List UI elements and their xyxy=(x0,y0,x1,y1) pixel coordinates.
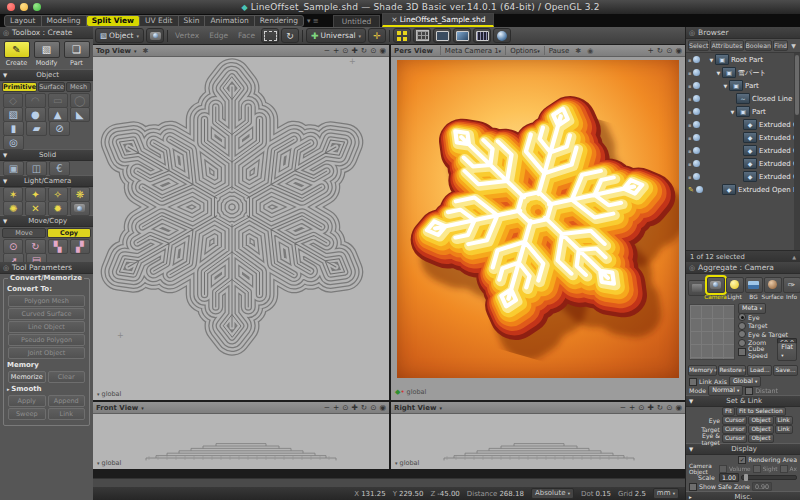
minus-view-control-icon[interactable]: − xyxy=(620,403,626,412)
workspace-overflow-icon[interactable]: ▾ ≡ xyxy=(307,17,319,25)
browser-tab-boolean[interactable]: Boolean xyxy=(745,40,773,51)
magnify-view-control-icon[interactable]: ⊙ xyxy=(666,46,672,55)
right-view-axis-label[interactable]: ▾global xyxy=(395,459,419,467)
aggregate-tab-camera[interactable]: Camera xyxy=(707,277,724,300)
tree-item-extruded-closed[interactable]: ▪◆Extruded Closed xyxy=(686,170,800,183)
cup-icon[interactable]: ◫ xyxy=(26,161,47,176)
tree-scrollbar[interactable] xyxy=(794,53,800,250)
plus-view-control-icon[interactable]: + xyxy=(333,403,339,412)
toolbar-universal-button[interactable]: ✚Universal▾ xyxy=(306,28,366,43)
orbit-icon[interactable]: ↻ xyxy=(281,28,299,43)
cursor-button[interactable]: Cursor xyxy=(722,425,747,435)
top-viewport[interactable]: Top View ▾✱ −+⊙✚↻⊙◉ + + ▾global xyxy=(93,45,389,400)
open-box-icon[interactable]: ▣ xyxy=(3,161,24,176)
rotate-icon[interactable]: ↻ xyxy=(25,239,45,254)
pseudo-polygon-button[interactable]: Pseudo Polygon xyxy=(8,334,85,346)
render-toggle-icon[interactable] xyxy=(693,147,700,154)
section-move-copy[interactable]: ▼Move/Copy xyxy=(0,215,93,227)
frame-view-control-icon[interactable]: ◉ xyxy=(379,46,386,55)
mirror-icon[interactable]: ▞ xyxy=(70,239,90,254)
curved-surface-button[interactable]: Curved Surface xyxy=(8,308,85,320)
display-solid-icon[interactable] xyxy=(433,28,451,43)
browser-tab-select[interactable]: Select xyxy=(688,40,709,51)
radio-icon[interactable] xyxy=(738,339,746,347)
display-wire-icon[interactable] xyxy=(473,28,491,43)
disc-icon[interactable]: ⊘ xyxy=(49,121,70,136)
section-light-camera[interactable]: ▼Light/Camera xyxy=(0,175,93,187)
append-button[interactable]: Append xyxy=(48,395,86,407)
expand-arrow-icon[interactable]: ▼ xyxy=(708,57,715,63)
coordinate-mode-dropdown[interactable]: Absolute ▾ xyxy=(531,488,574,499)
object-button[interactable]: Object xyxy=(748,434,773,444)
plus-view-control-icon[interactable]: + xyxy=(648,46,654,55)
zoom-view-control-icon[interactable]: ⊙ xyxy=(342,46,348,55)
visibility-toggle-icon[interactable]: ▪ xyxy=(688,109,691,115)
tree-item-[interactable]: ▪▼▣雪パート xyxy=(686,66,800,79)
zoom-window-button[interactable] xyxy=(33,3,41,11)
aggregate-header[interactable]: ◎Aggregate : Camera xyxy=(686,262,800,274)
section-object[interactable]: ▼Object xyxy=(0,69,93,81)
ring-icon[interactable]: ◯ xyxy=(70,93,90,108)
render-toggle-icon[interactable] xyxy=(693,160,700,167)
triangle-icon[interactable]: ▼ xyxy=(3,72,7,78)
radio-icon[interactable] xyxy=(738,313,746,321)
render-toggle-icon[interactable] xyxy=(693,134,700,141)
bar-icon[interactable]: ▰ xyxy=(26,121,47,136)
workspace-tab-layout[interactable]: Layout xyxy=(5,16,42,26)
pan-view-control-icon[interactable]: ✚ xyxy=(648,403,654,412)
tree-item-label[interactable]: 雪パート xyxy=(738,68,766,78)
radio-icon[interactable] xyxy=(738,322,746,330)
scale-icon[interactable]: ⊙ xyxy=(3,239,23,254)
close-window-button[interactable] xyxy=(7,3,15,11)
triangle-icon[interactable]: ▼ xyxy=(3,218,7,224)
zoom-view-control-icon[interactable]: ⊙ xyxy=(342,403,348,412)
pers-camera-selector[interactable]: Meta Camera 1 xyxy=(445,47,499,55)
sphere-icon[interactable]: ● xyxy=(25,107,45,122)
marquee-icon[interactable] xyxy=(261,28,279,43)
mode-dropdown[interactable]: Normal ▾ xyxy=(708,385,743,396)
area-light-icon[interactable]: ❋ xyxy=(70,187,90,202)
ax-checkbox[interactable] xyxy=(780,465,788,473)
triangle-icon[interactable]: ▼ xyxy=(3,178,7,184)
right-view-title[interactable]: Right View xyxy=(394,404,436,412)
line-object-button[interactable]: Line Object xyxy=(8,321,85,333)
tree-item-root-part[interactable]: ▪▼▣Root Part xyxy=(686,53,800,66)
tree-item-label[interactable]: Root Part xyxy=(731,56,763,64)
expand-arrow-icon[interactable]: ▼ xyxy=(715,70,722,76)
tree-item-extruded-open-line[interactable]: ✎◆Extruded Open Line xyxy=(686,183,800,196)
pers-view-axis-label[interactable]: ◆•global xyxy=(395,388,426,396)
top-view-canvas[interactable] xyxy=(93,45,389,400)
text-solid-icon[interactable]: € xyxy=(49,161,70,176)
section-solid[interactable]: ▼Solid xyxy=(0,149,93,161)
filter-funnel-icon[interactable]: ▼ xyxy=(789,42,798,49)
render-toggle-icon[interactable] xyxy=(693,108,700,115)
frame-view-control-icon[interactable]: ◉ xyxy=(675,403,682,412)
toolbox-mode-modify[interactable]: ▧Modify xyxy=(33,41,60,67)
cursor-button[interactable]: Cursor xyxy=(722,434,747,444)
joint-object-button[interactable]: Joint Object xyxy=(8,347,85,359)
pers-pause-button[interactable]: Pause xyxy=(549,47,570,55)
frame-view-control-icon[interactable]: ◉ xyxy=(379,403,386,412)
tree-item-label[interactable]: Part xyxy=(745,82,759,90)
visibility-toggle-icon[interactable]: ▪ xyxy=(688,161,691,167)
section-display[interactable]: ▼Display xyxy=(686,443,800,455)
toolbox-mode-part[interactable]: ❏Part xyxy=(63,41,90,67)
top-view-title[interactable]: Top View xyxy=(96,47,131,55)
tree-item-label[interactable]: Extruded Open Line xyxy=(738,186,800,194)
cube-icon[interactable]: ▧ xyxy=(3,107,23,122)
workspace-tab-rendering[interactable]: Rendering xyxy=(255,16,303,26)
sight-checkbox[interactable] xyxy=(753,465,761,473)
workspace-tab-uv-edit[interactable]: UV Edit xyxy=(140,16,179,26)
right-viewport[interactable]: Right View ▾ −+⊙✚↻⊙◉ ▾global xyxy=(391,402,685,469)
gear-icon[interactable]: ✱ xyxy=(575,47,581,55)
front-viewport[interactable]: Front View ▾ −+⊙✚↻⊙◉ ▾global xyxy=(93,402,389,469)
visibility-toggle-icon[interactable]: ▪ xyxy=(688,70,691,76)
render-toggle-icon[interactable] xyxy=(693,95,700,102)
move-copy-tab-copy[interactable]: Copy xyxy=(47,228,91,238)
orbit-view-control-icon[interactable]: ↻ xyxy=(657,46,663,55)
tree-item-part[interactable]: ▪▼▣Part xyxy=(686,79,800,92)
section-misc[interactable]: ▸Misc. xyxy=(686,491,800,500)
render-toggle-icon[interactable] xyxy=(693,173,700,180)
magnify-view-control-icon[interactable]: ⊙ xyxy=(666,403,672,412)
object-tab-primitive[interactable]: Primitive xyxy=(2,82,37,92)
